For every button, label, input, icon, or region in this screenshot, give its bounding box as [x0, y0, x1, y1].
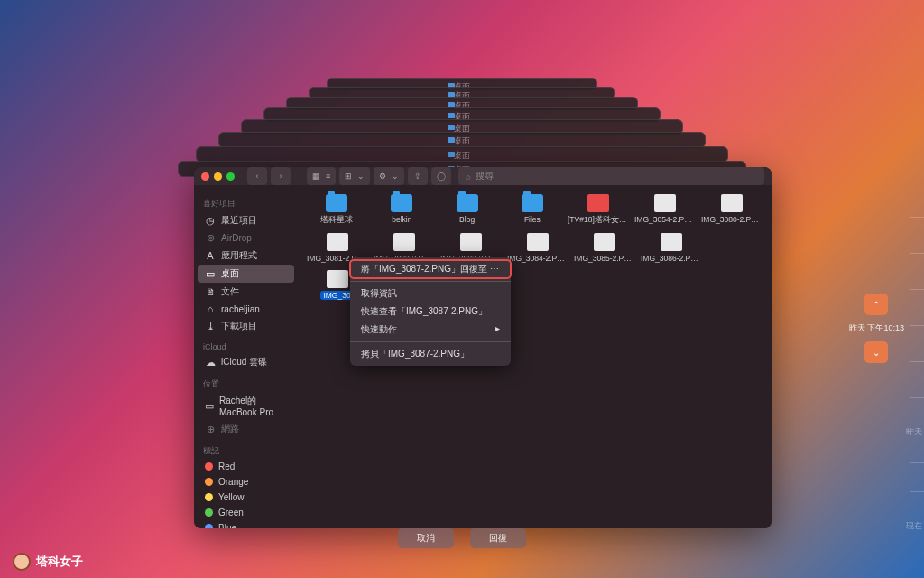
- file-item[interactable]: Files: [501, 192, 564, 228]
- file-item[interactable]: 塔科星球: [305, 192, 368, 228]
- sidebar-icon: ⊕: [205, 424, 216, 435]
- sidebar-item[interactable]: ◷最近項目: [198, 211, 294, 229]
- restore-button[interactable]: 回復: [470, 528, 526, 548]
- sidebar-item-label: iCloud 雲碟: [221, 356, 267, 368]
- file-label: IMG_3054-2.PNG: [634, 215, 696, 224]
- action-menu[interactable]: ⚙⌄: [374, 167, 404, 185]
- icon-view-icon: ▦: [312, 172, 320, 181]
- chevron-up-icon: ⌃: [873, 300, 880, 310]
- close-button[interactable]: [201, 172, 209, 181]
- minimize-button[interactable]: [214, 172, 222, 181]
- sidebar-icon: ▭: [205, 268, 216, 280]
- file-label: Files: [524, 215, 541, 224]
- file-label: IMG_3080-2.PNG: [701, 215, 762, 224]
- sidebar-item[interactable]: Orange: [198, 474, 294, 489]
- menu-restore-to[interactable]: 將「IMG_3087-2.PNG」回復至 ⋯: [350, 260, 511, 278]
- chevron-down-icon: ⌄: [392, 172, 399, 181]
- finder-window: ‹ › ▦≡ ⊞⌄ ⚙⌄ ⇪ ◯ ⌕ 搜尋 喜好項目 ◷最近項目⊚AirDrop…: [194, 167, 772, 528]
- file-item[interactable]: IMG_3080-2.PNG: [699, 192, 764, 228]
- sidebar-icon: ⊚: [205, 232, 216, 244]
- sidebar-item[interactable]: 🗎文件: [198, 283, 294, 301]
- context-menu: 將「IMG_3087-2.PNG」回復至 ⋯ 取得資訊 快速查看「IMG_308…: [350, 257, 511, 366]
- group-menu[interactable]: ⊞⌄: [339, 167, 370, 185]
- sidebar-section-tags: 標記: [203, 445, 289, 457]
- sidebar-section-icloud: iCloud: [203, 342, 289, 351]
- file-item[interactable]: belkin: [370, 192, 433, 228]
- image-icon: [460, 233, 482, 251]
- sidebar-item[interactable]: Yellow: [198, 489, 294, 505]
- sidebar-icon: ☁: [205, 357, 216, 368]
- gear-icon: ⚙: [379, 172, 386, 181]
- sidebar-item-label: Orange: [218, 477, 248, 487]
- timeline-down-button[interactable]: ⌄: [864, 341, 888, 363]
- sidebar-item-label: 文件: [221, 285, 239, 298]
- maximize-button[interactable]: [226, 172, 235, 181]
- menu-quick-look[interactable]: 快速查看「IMG_3087-2.PNG」: [350, 303, 511, 321]
- sidebar-section-favorites: 喜好項目: [203, 198, 289, 210]
- sidebar-item[interactable]: Blue: [198, 520, 294, 528]
- sidebar-item[interactable]: ⌂racheljian: [198, 301, 294, 317]
- sidebar-item[interactable]: ▭Rachel的MacBook Pro: [198, 392, 294, 420]
- sidebar-item[interactable]: ⊕網路: [198, 420, 294, 438]
- cancel-button[interactable]: 取消: [398, 528, 454, 548]
- back-button[interactable]: ‹: [247, 167, 267, 185]
- sidebar-item-label: Blue: [218, 523, 236, 528]
- file-item[interactable]: [TV#18]塔科女子_簡妝容.pdf: [566, 192, 631, 228]
- sidebar-item-label: 桌面: [221, 267, 239, 280]
- file-label: IMG_3084-2.PNG: [507, 254, 568, 263]
- sidebar-item-label: Green: [218, 508, 244, 517]
- image-icon: [594, 233, 615, 251]
- image-icon: [721, 194, 743, 212]
- sidebar-item[interactable]: Red: [198, 459, 294, 474]
- menu-separator: [350, 281, 511, 282]
- pdf-icon: [587, 194, 609, 212]
- tag-dot-icon: [205, 462, 213, 471]
- list-view-icon: ≡: [326, 172, 330, 181]
- search-placeholder: 搜尋: [476, 170, 494, 182]
- sidebar-item[interactable]: ⊚AirDrop: [198, 229, 294, 247]
- tag-dot-icon: [205, 524, 213, 528]
- action-buttons: 取消 回復: [398, 528, 526, 548]
- sidebar-item[interactable]: ⤓下載項目: [198, 317, 294, 335]
- file-item[interactable]: IMG_3054-2.PNG: [633, 192, 698, 228]
- file-label: IMG_3085-2.PNG: [574, 254, 635, 263]
- tags-button[interactable]: ◯: [431, 167, 451, 185]
- watermark: 塔科女子: [13, 553, 83, 571]
- sidebar-item-label: AirDrop: [221, 233, 252, 243]
- sidebar-item[interactable]: Green: [198, 505, 294, 520]
- sidebar-item[interactable]: A應用程式: [198, 247, 294, 265]
- sidebar-item-label: Red: [218, 461, 235, 471]
- folder-icon: [326, 194, 347, 212]
- file-item[interactable]: IMG_3085-2.PNG: [572, 231, 637, 265]
- sidebar-item-label: 網路: [221, 423, 239, 435]
- file-label: 塔科星球: [320, 215, 353, 226]
- share-button[interactable]: ⇪: [408, 167, 428, 185]
- sidebar-section-locations: 位置: [203, 378, 289, 390]
- tag-dot-icon: [205, 508, 213, 517]
- image-icon: [527, 233, 549, 251]
- file-item[interactable]: Blog: [436, 192, 499, 228]
- timeline-nav: ⌃ 昨天 下午10:13 ⌄: [849, 294, 904, 363]
- forward-button[interactable]: ›: [271, 167, 291, 185]
- timeline-timestamp: 昨天 下午10:13: [849, 322, 904, 334]
- view-toggle[interactable]: ▦≡: [307, 167, 336, 185]
- menu-copy[interactable]: 拷貝「IMG_3087-2.PNG」: [350, 345, 511, 363]
- tag-dot-icon: [205, 493, 213, 501]
- finder-toolbar: ‹ › ▦≡ ⊞⌄ ⚙⌄ ⇪ ◯ ⌕ 搜尋: [194, 167, 772, 185]
- menu-get-info[interactable]: 取得資訊: [350, 284, 511, 303]
- file-item[interactable]: IMG_3086-2.PNG: [639, 231, 704, 265]
- sidebar-item[interactable]: ▭桌面: [198, 265, 294, 283]
- sidebar-item[interactable]: ☁iCloud 雲碟: [198, 353, 294, 371]
- file-label: Blog: [459, 215, 475, 224]
- sidebar-item-label: 應用程式: [221, 249, 257, 262]
- timeline-up-button[interactable]: ⌃: [864, 294, 888, 315]
- image-icon: [654, 194, 676, 212]
- file-area[interactable]: 塔科星球belkinBlogFiles[TV#18]塔科女子_簡妝容.pdfIM…: [298, 185, 772, 528]
- chevron-down-icon: ⌄: [873, 348, 880, 358]
- menu-quick-actions[interactable]: 快速動作▸: [350, 321, 511, 339]
- search-field[interactable]: ⌕ 搜尋: [458, 167, 764, 185]
- sidebar-item-label: 最近項目: [221, 214, 257, 227]
- sidebar-item-label: 下載項目: [221, 320, 257, 332]
- file-item[interactable]: IMG_3084-2.PNG: [505, 231, 570, 265]
- image-icon: [661, 233, 682, 251]
